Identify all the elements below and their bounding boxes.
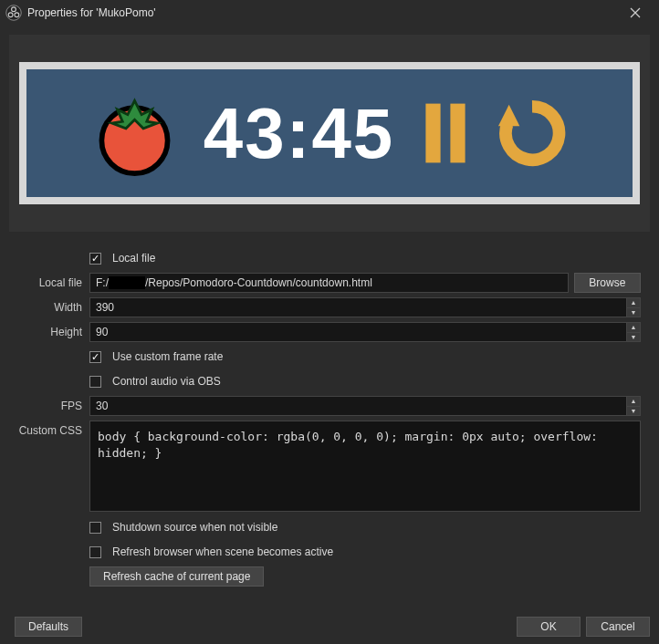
refresh-browser-label[interactable]: Refresh browser when scene becomes activ… xyxy=(112,545,333,558)
redacted-segment xyxy=(109,276,145,289)
width-input[interactable] xyxy=(89,297,626,317)
custom-css-label: Custom CSS xyxy=(18,421,89,437)
height-input[interactable] xyxy=(89,322,626,342)
refresh-browser-checkbox[interactable] xyxy=(89,546,101,558)
width-spin-down[interactable]: ▼ xyxy=(627,308,640,317)
shutdown-checkbox[interactable] xyxy=(89,522,101,534)
refresh-cache-button[interactable]: Refresh cache of current page xyxy=(89,566,264,587)
height-label: Height xyxy=(18,326,89,338)
cancel-button[interactable]: Cancel xyxy=(586,617,650,637)
preview-area: 43:45 xyxy=(9,35,650,232)
height-spin-up[interactable]: ▲ xyxy=(627,323,640,333)
preview-content: 43:45 xyxy=(26,69,633,197)
reset-icon xyxy=(497,98,568,169)
fps-spin-down[interactable]: ▼ xyxy=(627,407,640,416)
custom-css-textarea[interactable] xyxy=(89,421,641,512)
width-spin-up[interactable]: ▲ xyxy=(627,298,640,308)
dialog-footer: Defaults OK Cancel xyxy=(9,617,650,637)
svg-marker-9 xyxy=(498,105,519,126)
fps-label: FPS xyxy=(18,400,89,412)
pause-icon xyxy=(420,100,471,166)
local-file-path-prefix: F:/ xyxy=(96,276,109,289)
control-audio-checkbox[interactable] xyxy=(89,376,101,388)
close-button[interactable] xyxy=(617,0,654,26)
window-title: Properties for 'MukoPomo' xyxy=(27,6,617,19)
control-audio-label[interactable]: Control audio via OBS xyxy=(112,375,221,388)
svg-rect-7 xyxy=(426,104,441,163)
local-file-path-suffix: /Repos/Pomodoro-Countdown/countdown.html xyxy=(145,276,372,289)
fps-spin-up[interactable]: ▲ xyxy=(627,397,640,407)
tomato-icon xyxy=(91,90,178,177)
ok-button[interactable]: OK xyxy=(517,617,581,637)
local-file-checkbox[interactable] xyxy=(89,253,101,265)
local-file-label: Local file xyxy=(18,276,89,289)
custom-framerate-checkbox[interactable] xyxy=(89,351,101,363)
defaults-button[interactable]: Defaults xyxy=(15,617,82,637)
titlebar: Properties for 'MukoPomo' xyxy=(0,0,659,26)
height-spin-down[interactable]: ▼ xyxy=(627,333,640,342)
fps-input[interactable] xyxy=(89,396,626,416)
local-file-input[interactable]: F:/ /Repos/Pomodoro-Countdown/countdown.… xyxy=(89,273,569,293)
custom-framerate-label[interactable]: Use custom frame rate xyxy=(112,350,223,363)
svg-rect-8 xyxy=(451,104,465,163)
obs-icon xyxy=(5,5,22,21)
timer-display: 43:45 xyxy=(204,92,395,175)
browse-button[interactable]: Browse xyxy=(574,273,641,293)
shutdown-label[interactable]: Shutdown source when not visible xyxy=(112,521,277,534)
close-icon xyxy=(630,7,641,18)
width-label: Width xyxy=(18,301,89,314)
properties-form: Local file Local file F:/ /Repos/Pomodor… xyxy=(9,232,650,600)
local-file-checkbox-label[interactable]: Local file xyxy=(112,252,155,265)
preview-frame: 43:45 xyxy=(19,62,640,204)
